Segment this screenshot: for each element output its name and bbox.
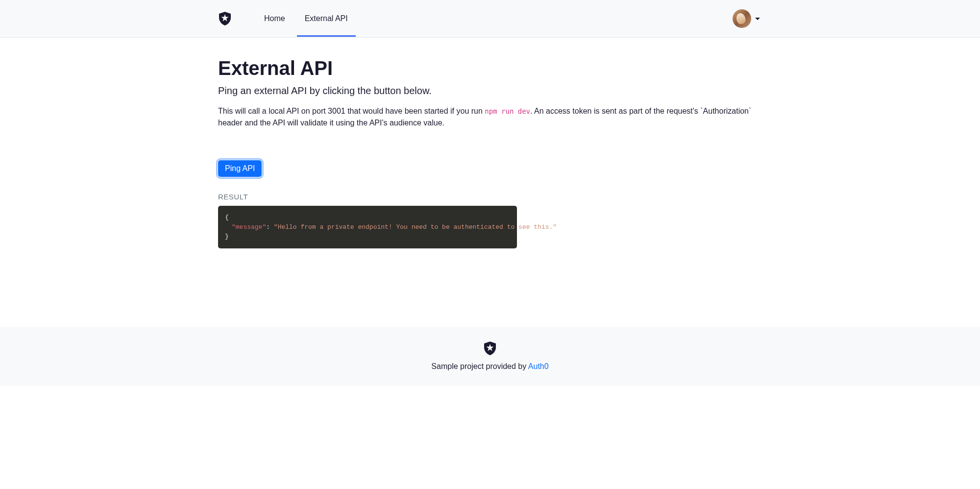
description-text: This will call a local API on port 3001 … [218, 105, 762, 129]
result-label: RESULT [218, 193, 762, 201]
nav-link-home[interactable]: Home [256, 9, 293, 28]
json-open-brace: { [225, 214, 229, 221]
footer-text: Sample project provided by Auth0 [0, 362, 980, 371]
page-title: External API [218, 57, 762, 79]
app-header: Home External API [0, 0, 980, 38]
header-inner: Home External API [211, 0, 769, 37]
desc-before: This will call a local API on port 3001 … [218, 107, 485, 115]
json-colon: : [266, 223, 274, 231]
footer-prefix: Sample project provided by [431, 362, 528, 370]
main-nav: Home External API [256, 9, 731, 28]
avatar [733, 9, 751, 28]
ping-api-button[interactable]: Ping API [218, 160, 262, 177]
profile-dropdown[interactable] [731, 7, 762, 30]
result-json-block: { "message": "Hello from a private endpo… [218, 206, 517, 248]
caret-down-icon [755, 18, 760, 20]
json-value: "Hello from a private endpoint! You need… [274, 223, 557, 231]
lead-text: Ping an external API by clicking the but… [218, 85, 762, 97]
nav-link-external-api[interactable]: External API [297, 9, 356, 28]
footer-shield-logo-icon [483, 342, 497, 355]
desc-code: npm run dev [485, 107, 530, 115]
footer-auth0-link[interactable]: Auth0 [528, 362, 549, 370]
json-key: "message" [232, 223, 266, 231]
main-content: External API Ping an external API by cli… [211, 38, 769, 327]
json-close-brace: } [225, 233, 229, 240]
shield-logo-icon [218, 12, 232, 25]
footer: Sample project provided by Auth0 [0, 327, 980, 386]
